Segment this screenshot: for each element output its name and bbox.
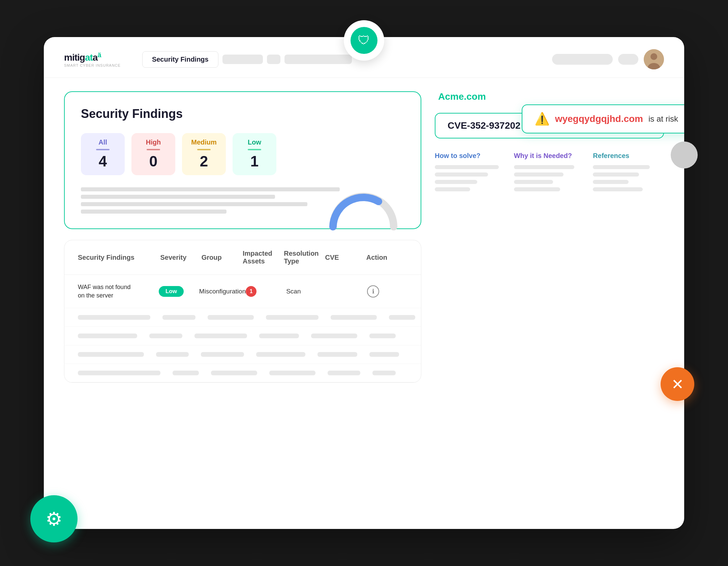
severity-high-label: High <box>146 138 161 146</box>
info-icon[interactable]: ℹ <box>367 285 379 297</box>
shield-icon: 🛡 <box>351 27 377 54</box>
th-cve: CVE <box>325 254 366 261</box>
detail-col-solve: How to solve? <box>435 152 506 195</box>
tab-placeholder-3[interactable] <box>284 55 352 64</box>
detail-ph-s2 <box>435 172 488 177</box>
table-placeholder-row-2 <box>64 327 421 345</box>
th-resolution: Resolution Type <box>284 250 325 265</box>
severity-high-dash <box>147 149 160 150</box>
header-right <box>552 49 664 69</box>
detail-ph-r4 <box>593 187 642 191</box>
warning-icon: ⚠️ <box>535 112 550 126</box>
severity-high-box[interactable]: High 0 <box>131 133 175 175</box>
logo: mitigataä SMART CYBER INSURANCE <box>64 51 121 67</box>
right-column: Acme.com CVE-352-937202 How to solve? Wh… <box>435 91 664 502</box>
detail-ph-w4 <box>514 187 560 191</box>
td-impacted: 1 <box>246 286 286 297</box>
decorative-dot <box>671 142 698 168</box>
detail-ph-r2 <box>593 172 639 177</box>
th-action: Action <box>366 254 407 261</box>
severity-low-label: Low <box>248 138 261 146</box>
severity-all-box[interactable]: All 4 <box>81 133 125 175</box>
gear-fab[interactable]: ⚙ <box>30 495 78 542</box>
detail-ph-w3 <box>514 180 553 184</box>
severity-medium-label: Medium <box>191 138 217 146</box>
td-severity: Low <box>159 286 199 297</box>
detail-grid: How to solve? Why it is Needed? <box>435 152 664 195</box>
tab-placeholder-2[interactable] <box>267 55 280 64</box>
th-impacted: Impacted Assets <box>243 250 284 265</box>
findings-card: Security Findings All 4 High 0 <box>64 91 421 229</box>
severity-medium-dash <box>197 149 211 150</box>
detail-header-refs: References <box>593 152 664 160</box>
severity-high-value: 0 <box>149 153 157 170</box>
tab-placeholder-1[interactable] <box>222 55 263 64</box>
detail-ph-w1 <box>514 165 574 169</box>
td-action[interactable]: ℹ <box>367 285 407 297</box>
svg-point-1 <box>650 53 657 60</box>
table-header-row: Security Findings Severity Group Impacte… <box>64 240 421 275</box>
left-column: Security Findings All 4 High 0 <box>64 91 421 502</box>
severity-badge-low: Low <box>159 286 184 297</box>
severity-low-box[interactable]: Low 1 <box>233 133 276 175</box>
severity-all-value: 4 <box>99 153 107 170</box>
findings-card-title: Security Findings <box>81 107 404 121</box>
domain-label: Acme.com <box>435 91 664 102</box>
ph-line-2 <box>81 195 275 199</box>
detail-ph-r3 <box>593 180 628 184</box>
shield-fab[interactable]: 🛡 <box>344 20 384 61</box>
severity-medium-box[interactable]: Medium 2 <box>182 133 226 175</box>
severity-all-label: All <box>98 138 107 146</box>
ph-line-4 <box>81 210 226 214</box>
ph-line-1 <box>81 187 340 191</box>
detail-ph-w2 <box>514 172 564 177</box>
avatar[interactable] <box>644 49 664 69</box>
impacted-count-badge: 1 <box>246 286 256 297</box>
main-card: ⚠️ wyegqydgqjhd.com is at risk mitigataä… <box>44 37 684 529</box>
th-findings: Security Findings <box>78 254 160 261</box>
severity-medium-value: 2 <box>200 153 208 170</box>
detail-header-why: Why it is Needed? <box>514 152 585 160</box>
detail-ph-r1 <box>593 165 650 169</box>
logo-text: mitigataä <box>64 51 121 63</box>
severity-low-value: 1 <box>250 153 259 170</box>
alert-domain: wyegqydgqjhd.com <box>555 114 643 124</box>
detail-ph-s4 <box>435 187 470 191</box>
detail-ph-s1 <box>435 165 499 169</box>
logo-subtitle: SMART CYBER INSURANCE <box>64 63 121 67</box>
alert-banner: ⚠️ wyegqydgqjhd.com is at risk <box>522 104 684 133</box>
table-placeholder-row-1 <box>64 308 421 327</box>
nav-tabs: Security Findings <box>142 51 544 68</box>
td-finding-text: WAF was not foundon the server <box>78 283 159 300</box>
th-group: Group <box>202 254 243 261</box>
detail-ph-s3 <box>435 180 477 184</box>
table-card: Security Findings Severity Group Impacte… <box>64 240 421 383</box>
severity-all-dash <box>96 149 110 150</box>
th-severity: Severity <box>160 254 202 261</box>
ph-line-3 <box>81 202 307 206</box>
detail-header-solve: How to solve? <box>435 152 506 160</box>
table-placeholder-row-4 <box>64 364 421 382</box>
gear-icon: ⚙ <box>46 508 62 530</box>
alert-text: is at risk <box>648 114 678 124</box>
td-resolution: Scan <box>286 288 327 295</box>
severity-low-dash <box>248 149 261 150</box>
header-pill <box>552 54 613 65</box>
content-area: Security Findings All 4 High 0 <box>44 78 684 516</box>
gauge-chart <box>326 188 400 232</box>
close-icon: ✕ <box>671 376 684 393</box>
tab-security-findings[interactable]: Security Findings <box>142 51 218 68</box>
close-fab[interactable]: ✕ <box>661 367 694 401</box>
table-row: WAF was not foundon the server Low Misco… <box>64 275 421 308</box>
header-pill-sm <box>618 54 638 65</box>
table-placeholder-row-3 <box>64 345 421 364</box>
severity-row: All 4 High 0 Medium <box>81 133 404 175</box>
detail-col-refs: References <box>593 152 664 195</box>
detail-col-why: Why it is Needed? <box>514 152 585 195</box>
td-group: Misconfiguration <box>199 288 246 295</box>
